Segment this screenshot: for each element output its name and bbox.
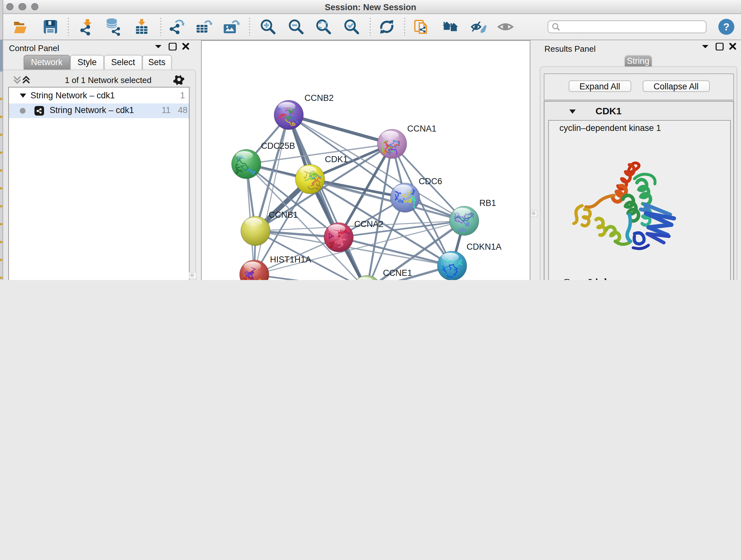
svg-text:CCNA2: CCNA2 <box>354 219 384 229</box>
svg-text:HIST1H1A: HIST1H1A <box>270 254 311 264</box>
svg-text:RB1: RB1 <box>479 198 496 207</box>
svg-text:CDC25B: CDC25B <box>261 141 295 150</box>
svg-text:CDC6: CDC6 <box>419 176 442 186</box>
svg-text:CCNB2: CCNB2 <box>305 93 334 103</box>
svg-text:CDKN1A: CDKN1A <box>467 242 502 251</box>
svg-text:CDK1: CDK1 <box>325 154 348 164</box>
svg-text:CCNA1: CCNA1 <box>407 124 436 133</box>
svg-text:CCNB1: CCNB1 <box>269 210 298 219</box>
svg-text:?: ? <box>723 21 730 32</box>
svg-text:CCNE1: CCNE1 <box>383 268 412 277</box>
